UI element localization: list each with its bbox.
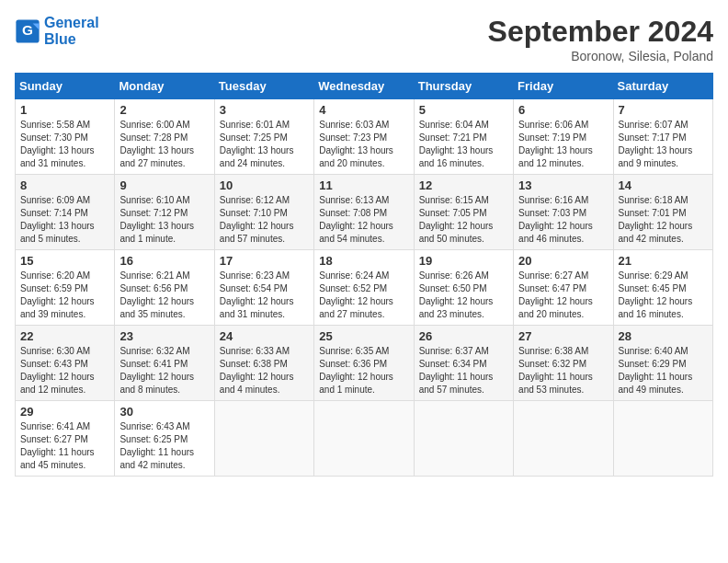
day-info: Sunset: 7:10 PM	[220, 207, 309, 220]
day-info: Daylight: 12 hours	[20, 371, 109, 384]
day-info: Sunset: 6:56 PM	[119, 282, 209, 295]
day-info: and 57 minutes.	[419, 384, 508, 396]
logo: G General Blue	[15, 15, 99, 48]
day-number: 10	[220, 178, 309, 192]
day-info: Sunrise: 6:06 AM	[518, 119, 608, 132]
day-info: and 12 minutes.	[518, 157, 608, 170]
header-row: Sunday Monday Tuesday Wednesday Thursday…	[16, 74, 713, 99]
day-info: Sunset: 7:12 PM	[119, 207, 209, 220]
day-info: and 12 minutes.	[20, 384, 109, 396]
day-info: Sunrise: 6:43 AM	[119, 420, 209, 433]
day-info: Daylight: 12 hours	[419, 295, 508, 308]
day-info: Daylight: 12 hours	[319, 220, 408, 233]
day-info: Daylight: 12 hours	[419, 220, 508, 233]
day-info: Sunset: 6:36 PM	[319, 358, 408, 371]
table-row: 7Sunrise: 6:07 AMSunset: 7:17 PMDaylight…	[613, 99, 712, 175]
day-info: Daylight: 13 hours	[518, 144, 608, 157]
day-info: Sunrise: 6:13 AM	[319, 194, 408, 207]
table-row: 1Sunrise: 5:58 AMSunset: 7:30 PMDaylight…	[16, 99, 115, 175]
day-info: Sunset: 6:59 PM	[20, 282, 109, 295]
day-number: 11	[319, 178, 408, 192]
day-number: 26	[419, 329, 508, 343]
day-info: Daylight: 12 hours	[619, 220, 708, 233]
table-row: 30Sunrise: 6:43 AMSunset: 6:25 PMDayligh…	[115, 401, 214, 477]
day-info: Sunset: 7:19 PM	[518, 132, 608, 144]
day-info: Daylight: 12 hours	[518, 295, 608, 308]
calendar-week-row: 1Sunrise: 5:58 AMSunset: 7:30 PMDaylight…	[16, 99, 713, 175]
day-info: Sunrise: 6:09 AM	[20, 194, 109, 207]
day-number: 21	[619, 254, 708, 268]
day-info: and 31 minutes.	[20, 157, 109, 170]
day-info: and 9 minutes.	[619, 157, 708, 170]
day-info: and 31 minutes.	[220, 308, 309, 321]
table-row: 19Sunrise: 6:26 AMSunset: 6:50 PMDayligh…	[414, 250, 513, 326]
day-number: 1	[20, 103, 109, 117]
day-info: Sunrise: 6:26 AM	[419, 270, 508, 282]
col-friday: Friday	[514, 74, 613, 99]
table-row: 20Sunrise: 6:27 AMSunset: 6:47 PMDayligh…	[514, 250, 613, 326]
table-row: 14Sunrise: 6:18 AMSunset: 7:01 PMDayligh…	[613, 175, 712, 250]
day-number: 14	[619, 178, 708, 192]
day-info: Sunrise: 5:58 AM	[20, 119, 109, 132]
day-info: Daylight: 12 hours	[119, 371, 209, 384]
day-number: 15	[20, 254, 109, 268]
day-info: Daylight: 12 hours	[319, 371, 408, 384]
day-number: 18	[319, 254, 408, 268]
day-number: 30	[119, 405, 209, 419]
day-info: Sunrise: 6:33 AM	[220, 345, 309, 358]
day-number: 20	[518, 254, 608, 268]
day-info: and 45 minutes.	[20, 459, 109, 472]
table-row: 18Sunrise: 6:24 AMSunset: 6:52 PMDayligh…	[314, 250, 414, 326]
day-info: Daylight: 13 hours	[119, 144, 209, 157]
day-info: Daylight: 12 hours	[619, 295, 708, 308]
day-info: and 53 minutes.	[518, 384, 608, 396]
day-info: Daylight: 12 hours	[220, 295, 309, 308]
day-info: Sunset: 7:05 PM	[419, 207, 508, 220]
day-info: and 35 minutes.	[119, 308, 209, 321]
day-info: Daylight: 13 hours	[619, 144, 708, 157]
day-info: and 39 minutes.	[20, 308, 109, 321]
day-info: and 20 minutes.	[518, 308, 608, 321]
day-info: Sunrise: 6:18 AM	[619, 194, 708, 207]
day-info: Daylight: 11 hours	[119, 446, 209, 459]
day-number: 16	[119, 254, 209, 268]
table-row	[414, 401, 513, 477]
table-row	[314, 401, 414, 477]
day-info: Sunset: 7:08 PM	[319, 207, 408, 220]
day-number: 28	[619, 329, 708, 343]
location-subtitle: Boronow, Silesia, Poland	[488, 49, 713, 63]
day-info: and 24 minutes.	[220, 157, 309, 170]
day-number: 3	[220, 103, 309, 117]
day-info: Sunset: 7:14 PM	[20, 207, 109, 220]
day-info: Daylight: 13 hours	[319, 144, 408, 157]
table-row: 29Sunrise: 6:41 AMSunset: 6:27 PMDayligh…	[16, 401, 115, 477]
day-info: Sunrise: 6:16 AM	[518, 194, 608, 207]
day-info: and 23 minutes.	[419, 308, 508, 321]
day-info: Daylight: 12 hours	[518, 220, 608, 233]
table-row: 2Sunrise: 6:00 AMSunset: 7:28 PMDaylight…	[115, 99, 214, 175]
day-info: and 20 minutes.	[319, 157, 408, 170]
day-info: and 54 minutes.	[319, 233, 408, 246]
day-info: Sunset: 6:25 PM	[119, 433, 209, 446]
col-sunday: Sunday	[16, 74, 115, 99]
calendar-week-row: 29Sunrise: 6:41 AMSunset: 6:27 PMDayligh…	[16, 401, 713, 477]
day-number: 7	[619, 103, 708, 117]
day-number: 17	[220, 254, 309, 268]
day-info: Daylight: 13 hours	[20, 220, 109, 233]
col-wednesday: Wednesday	[314, 74, 414, 99]
table-row: 24Sunrise: 6:33 AMSunset: 6:38 PMDayligh…	[214, 326, 313, 401]
day-number: 29	[20, 405, 109, 419]
day-info: and 46 minutes.	[518, 233, 608, 246]
day-number: 22	[20, 329, 109, 343]
day-number: 23	[119, 329, 209, 343]
day-info: Daylight: 13 hours	[119, 220, 209, 233]
day-info: Daylight: 12 hours	[220, 220, 309, 233]
day-info: Sunset: 6:29 PM	[619, 358, 708, 371]
day-info: Daylight: 12 hours	[119, 295, 209, 308]
day-info: Sunset: 7:25 PM	[220, 132, 309, 144]
day-info: and 5 minutes.	[20, 233, 109, 246]
day-info: Daylight: 12 hours	[319, 295, 408, 308]
day-info: Daylight: 11 hours	[419, 371, 508, 384]
day-info: Sunrise: 6:30 AM	[20, 345, 109, 358]
month-title: September 2024	[488, 15, 713, 49]
